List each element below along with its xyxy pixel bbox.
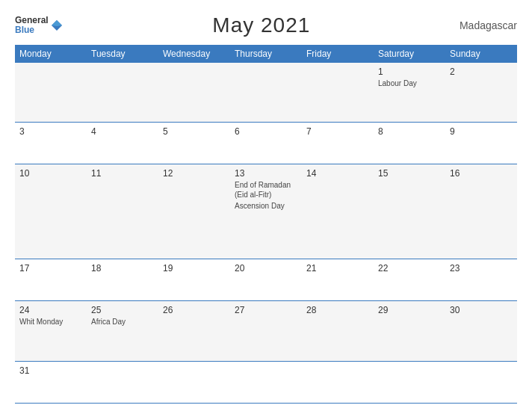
calendar-cell: 19 xyxy=(158,259,230,301)
header-monday: Monday xyxy=(15,45,87,63)
calendar-cell xyxy=(445,361,517,403)
event-label: End of Ramadan (Eid al-Fitr) xyxy=(235,180,297,200)
calendar-cell: 18 xyxy=(87,259,158,301)
calendar-cell: 5 xyxy=(158,123,230,164)
calendar-cell: 10 xyxy=(15,164,87,259)
day-number: 23 xyxy=(450,263,513,274)
calendar-row: 10111213End of Ramadan (Eid al-Fitr)Asce… xyxy=(15,164,517,259)
calendar-cell xyxy=(230,63,302,123)
day-number: 1 xyxy=(378,67,441,77)
header-saturday: Saturday xyxy=(374,45,445,63)
logo-blue-text: Blue xyxy=(15,25,49,35)
header-friday: Friday xyxy=(302,45,374,63)
header-sunday: Sunday xyxy=(445,45,517,63)
calendar-cell: 4 xyxy=(87,123,158,164)
day-number: 6 xyxy=(235,126,297,137)
calendar-cell: 31 xyxy=(15,361,87,403)
calendar-cell: 13End of Ramadan (Eid al-Fitr)Ascension … xyxy=(230,164,302,259)
calendar-cell: 25Africa Day xyxy=(87,301,158,362)
day-number: 8 xyxy=(378,126,441,137)
day-number: 26 xyxy=(163,305,226,315)
day-number: 21 xyxy=(306,263,369,274)
day-number: 20 xyxy=(235,263,297,274)
event-label: Ascension Day xyxy=(235,201,297,211)
calendar-row: 17181920212223 xyxy=(15,259,517,301)
day-number: 16 xyxy=(450,168,513,179)
day-number: 2 xyxy=(450,67,513,77)
day-number: 13 xyxy=(235,168,297,179)
calendar-cell xyxy=(87,63,158,123)
day-number: 25 xyxy=(91,305,154,315)
calendar-cell: 8 xyxy=(374,123,445,164)
calendar-cell: 28 xyxy=(302,301,374,362)
event-label: Labour Day xyxy=(378,78,441,88)
day-number: 10 xyxy=(19,168,82,179)
day-number: 22 xyxy=(378,263,441,274)
calendar-cell: 26 xyxy=(158,301,230,362)
header-wednesday: Wednesday xyxy=(158,45,230,63)
day-number: 14 xyxy=(306,168,369,179)
day-number: 11 xyxy=(91,168,154,179)
calendar-page: General Blue May 2021 Madagascar Monday … xyxy=(0,0,532,411)
day-number: 4 xyxy=(91,126,154,137)
logo: General Blue xyxy=(15,16,64,35)
calendar-cell: 7 xyxy=(302,123,374,164)
logo-flag-icon xyxy=(50,19,64,32)
header-tuesday: Tuesday xyxy=(87,45,158,63)
calendar-cell: 27 xyxy=(230,301,302,362)
calendar-cell xyxy=(158,361,230,403)
day-number: 5 xyxy=(163,126,226,137)
day-number: 9 xyxy=(450,126,513,137)
day-number: 17 xyxy=(19,263,82,274)
day-number: 19 xyxy=(163,263,226,274)
calendar-cell xyxy=(374,361,445,403)
day-number: 24 xyxy=(19,305,82,315)
calendar-cell: 11 xyxy=(87,164,158,259)
calendar-row: 31 xyxy=(15,361,517,403)
day-number: 28 xyxy=(306,305,369,315)
day-number: 12 xyxy=(163,168,226,179)
calendar-table: Monday Tuesday Wednesday Thursday Friday… xyxy=(15,45,517,404)
calendar-cell xyxy=(302,361,374,403)
day-number: 31 xyxy=(19,365,82,376)
calendar-cell: 23 xyxy=(445,259,517,301)
calendar-cell: 21 xyxy=(302,259,374,301)
calendar-cell: 17 xyxy=(15,259,87,301)
event-label: Africa Day xyxy=(91,317,154,327)
calendar-row: 1Labour Day2 xyxy=(15,63,517,123)
calendar-cell: 20 xyxy=(230,259,302,301)
calendar-cell: 6 xyxy=(230,123,302,164)
day-number: 3 xyxy=(19,126,82,137)
calendar-cell xyxy=(158,63,230,123)
calendar-row: 24Whit Monday25Africa Day2627282930 xyxy=(15,301,517,362)
calendar-cell xyxy=(87,361,158,403)
weekday-header-row: Monday Tuesday Wednesday Thursday Friday… xyxy=(15,45,517,63)
calendar-cell xyxy=(302,63,374,123)
calendar-cell: 2 xyxy=(445,63,517,123)
calendar-cell xyxy=(230,361,302,403)
day-number: 18 xyxy=(91,263,154,274)
calendar-cell: 1Labour Day xyxy=(374,63,445,123)
calendar-header: General Blue May 2021 Madagascar xyxy=(15,13,517,37)
calendar-cell: 15 xyxy=(374,164,445,259)
calendar-cell: 3 xyxy=(15,123,87,164)
day-number: 30 xyxy=(450,305,513,315)
calendar-cell: 12 xyxy=(158,164,230,259)
day-number: 27 xyxy=(235,305,297,315)
calendar-cell: 30 xyxy=(445,301,517,362)
calendar-title: May 2021 xyxy=(212,13,310,37)
calendar-cell: 14 xyxy=(302,164,374,259)
svg-marker-1 xyxy=(52,20,62,26)
header-thursday: Thursday xyxy=(230,45,302,63)
calendar-country: Madagascar xyxy=(460,19,517,31)
calendar-cell: 22 xyxy=(374,259,445,301)
calendar-cell xyxy=(15,63,87,123)
day-number: 15 xyxy=(378,168,441,179)
calendar-cell: 9 xyxy=(445,123,517,164)
calendar-cell: 29 xyxy=(374,301,445,362)
day-number: 7 xyxy=(306,126,369,137)
day-number: 29 xyxy=(378,305,441,315)
calendar-row: 3456789 xyxy=(15,123,517,164)
calendar-cell: 16 xyxy=(445,164,517,259)
event-label: Whit Monday xyxy=(19,317,82,327)
